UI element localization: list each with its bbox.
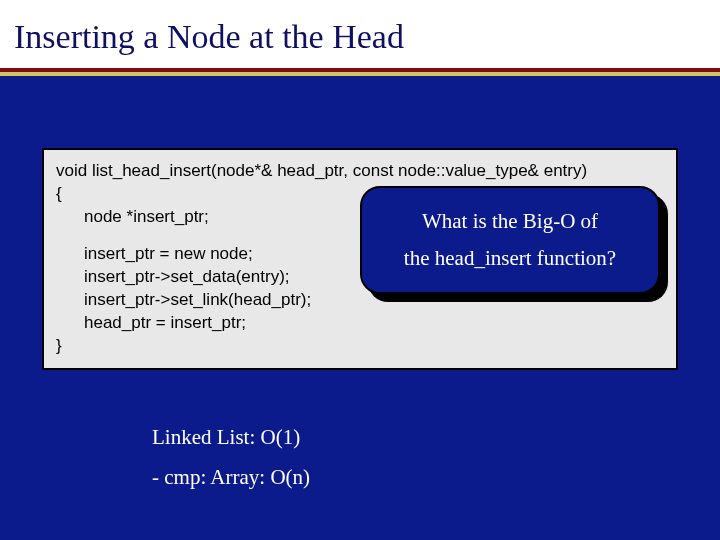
divider-bottom xyxy=(0,72,720,76)
code-line: head_ptr = insert_ptr; xyxy=(56,312,664,335)
question-callout: What is the Big-O of the head_insert fun… xyxy=(360,186,660,294)
answer-block: Linked List: O(1) - cmp: Array: O(n) xyxy=(152,418,310,498)
slide-title: Inserting a Node at the Head xyxy=(14,18,706,56)
answer-line: - cmp: Array: O(n) xyxy=(152,458,310,498)
answer-line: Linked List: O(1) xyxy=(152,418,310,458)
callout-line: the head_insert function? xyxy=(404,246,616,271)
callout-line: What is the Big-O of xyxy=(422,209,598,234)
title-bar: Inserting a Node at the Head xyxy=(0,0,720,68)
code-line: void list_head_insert(node*& head_ptr, c… xyxy=(56,160,664,183)
code-line: } xyxy=(56,335,664,358)
